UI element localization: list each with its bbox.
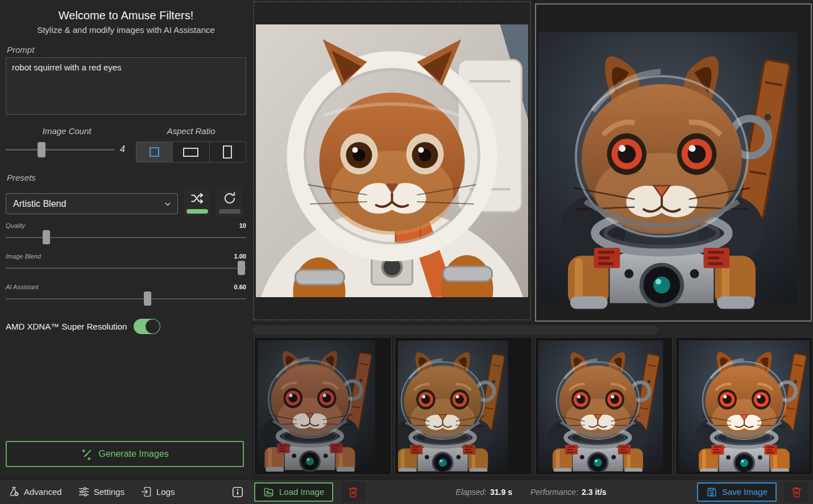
- image-workspace: [252, 0, 813, 479]
- slider-thumb[interactable]: [238, 261, 245, 275]
- aspect-landscape-button[interactable]: [172, 142, 209, 162]
- slider-thumb[interactable]: [43, 230, 50, 244]
- ai-assistant-value: 0.60: [234, 284, 246, 290]
- save-image-button[interactable]: Save Image: [697, 482, 777, 502]
- aspect-ratio-label: Aspect Ratio: [136, 126, 246, 136]
- page-title: Welcome to Amuse Filters!: [6, 9, 246, 22]
- shuffle-preset-button[interactable]: [184, 188, 210, 217]
- sliders-icon: [78, 486, 90, 498]
- floppy-save-icon: [706, 486, 717, 498]
- output-image: [538, 25, 799, 310]
- image-blend-slider[interactable]: [6, 261, 246, 276]
- astronaut-squirrel-image: [256, 24, 528, 297]
- thumbnail-3[interactable]: [535, 337, 673, 475]
- thumbnail-4-image: [679, 340, 810, 472]
- control-sidebar: Welcome to Amuse Filters! Stylize & and …: [0, 0, 252, 479]
- presets-dropdown[interactable]: Artistic Blend: [6, 193, 178, 214]
- save-image-label: Save Image: [722, 487, 768, 497]
- square-ratio-icon: [150, 147, 159, 157]
- info-icon: [231, 486, 244, 498]
- delete-trash-icon: [790, 486, 803, 498]
- quality-slider[interactable]: [6, 230, 246, 245]
- thumbnail-1-image: [258, 340, 388, 472]
- super-resolution-toggle[interactable]: [134, 319, 160, 334]
- load-image-label: Load Image: [279, 487, 324, 497]
- image-count-slider[interactable]: [6, 141, 114, 157]
- prompt-input[interactable]: robot squirrel with a red eyes: [6, 57, 246, 115]
- shuffle-enabled-indicator: [186, 209, 208, 214]
- settings-label: Settings: [94, 487, 125, 497]
- landscape-ratio-icon: [183, 148, 198, 157]
- thumbnail-1[interactable]: [254, 337, 392, 475]
- elapsed-time: Elapsed: 31.9 s: [456, 488, 512, 497]
- refresh-icon: [222, 191, 237, 206]
- logs-button[interactable]: Logs: [140, 486, 175, 498]
- thumbnail-3-image: [538, 340, 669, 472]
- info-button[interactable]: [231, 486, 244, 498]
- slider-track: [6, 268, 246, 269]
- logs-label: Logs: [156, 487, 175, 497]
- slider-track: [6, 149, 114, 151]
- logs-document-icon: [140, 486, 152, 498]
- aspect-square-button[interactable]: [136, 142, 172, 162]
- refresh-disabled-indicator: [219, 209, 240, 214]
- portrait-ratio-icon: [223, 145, 232, 159]
- generate-images-label: Generate Images: [98, 449, 169, 459]
- image-blend-value: 1.00: [234, 253, 246, 260]
- folder-image-icon: [263, 486, 275, 498]
- delete-trash-icon: [347, 486, 359, 498]
- load-image-button[interactable]: Load Image: [254, 482, 333, 502]
- chevron-down-icon: [164, 200, 172, 208]
- clear-input-button[interactable]: [341, 482, 365, 502]
- slider-track: [6, 237, 246, 238]
- input-image-dropzone[interactable]: [253, 1, 531, 320]
- performance-stat: Performance: 2.3 it/s: [530, 488, 607, 497]
- slider-thumb[interactable]: [144, 291, 151, 306]
- slider-thumb[interactable]: [38, 142, 45, 157]
- quality-label: Quality: [6, 222, 25, 229]
- shuffle-icon: [190, 191, 205, 206]
- presets-label: Presets: [7, 173, 246, 182]
- delete-output-button[interactable]: [785, 482, 808, 502]
- quality-value: 10: [239, 222, 246, 229]
- prompt-label: Prompt: [7, 45, 246, 55]
- magic-wand-icon: [81, 448, 93, 460]
- input-image: [256, 24, 528, 297]
- slider-track: [6, 298, 246, 299]
- thumbnail-2[interactable]: [395, 337, 532, 475]
- elapsed-label: Elapsed:: [456, 488, 487, 497]
- robot-squirrel-image: [538, 25, 799, 310]
- super-resolution-label: AMD XDNA™ Super Resolution: [6, 322, 127, 331]
- toggle-knob: [146, 319, 160, 334]
- generate-images-button[interactable]: Generate Images: [6, 441, 244, 467]
- performance-value: 2.3 it/s: [582, 488, 607, 497]
- image-count-value: 4: [120, 144, 128, 155]
- image-count-label: Image Count: [6, 126, 128, 136]
- page-subtitle: Stylize & and modify images with AI Assi…: [6, 25, 246, 35]
- gallery-scrollbar[interactable]: [252, 323, 813, 336]
- advanced-label: Advanced: [24, 487, 62, 497]
- ai-assistant-label: AI Assistant: [6, 284, 39, 290]
- status-bar: Advanced Settings Logs: [0, 479, 813, 504]
- performance-label: Performance:: [530, 488, 578, 497]
- statusbar-left-group: Advanced Settings Logs: [0, 486, 252, 498]
- thumbnail-4[interactable]: [675, 337, 813, 475]
- thumbnail-2-image: [398, 340, 529, 472]
- aspect-portrait-button[interactable]: [209, 142, 246, 162]
- gallery-scrollbar-thumb[interactable]: [253, 326, 658, 335]
- ai-assistant-slider[interactable]: [6, 291, 246, 306]
- advanced-button[interactable]: Advanced: [8, 486, 62, 498]
- elapsed-value: 31.9 s: [490, 488, 512, 497]
- refresh-preset-button[interactable]: [216, 188, 243, 217]
- settings-button[interactable]: Settings: [78, 486, 125, 498]
- aspect-ratio-group: [136, 141, 246, 163]
- flask-gear-icon: [8, 486, 20, 498]
- output-image-panel[interactable]: [535, 3, 812, 322]
- image-blend-label: Image Blend: [6, 253, 41, 260]
- presets-selected-value: Artistic Blend: [13, 199, 66, 209]
- generated-thumbnails-row: [252, 337, 813, 476]
